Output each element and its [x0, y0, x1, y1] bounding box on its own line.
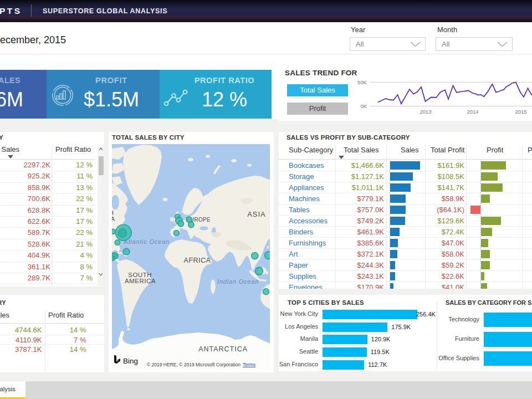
svg-text:Atlantic Ocean: Atlantic Ocean [123, 238, 170, 245]
svg-text:AMERICA: AMERICA [112, 216, 115, 222]
svg-text:© 2019 HERE, © 2019 Microsoft: © 2019 HERE, © 2019 Microsoft Corporatio… [147, 362, 241, 367]
svg-text:2013: 2013 [420, 109, 431, 115]
svg-text:Terms: Terms [243, 362, 255, 367]
svg-text:2015: 2015 [515, 109, 526, 115]
svg-text:Indian Ocean: Indian Ocean [217, 278, 259, 285]
svg-text:50K: 50K [357, 79, 367, 85]
svg-text:ANTARCTICA: ANTARCTICA [198, 345, 248, 353]
svg-text:AFRICA: AFRICA [184, 257, 211, 264]
svg-text:2014: 2014 [467, 109, 478, 115]
svg-text:AMERICA: AMERICA [125, 278, 156, 284]
svg-text:ASIA: ASIA [247, 210, 266, 218]
svg-text:Bing: Bing [123, 357, 138, 365]
svg-text:0K: 0K [360, 103, 367, 109]
